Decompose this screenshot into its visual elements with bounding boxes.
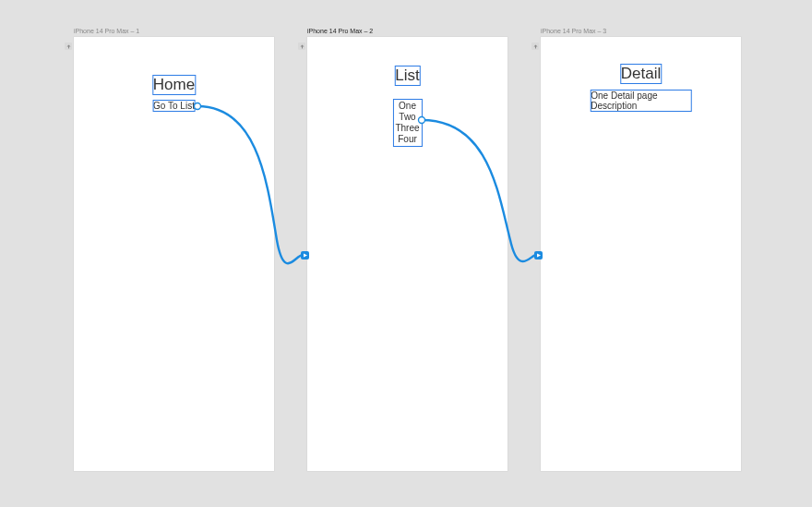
frame-label-1[interactable]: iPhone 14 Pro Max – 1 <box>74 28 139 34</box>
detail-description[interactable]: One Detail page Description <box>591 91 691 111</box>
artboard-detail[interactable]: Detail One Detail page Description <box>541 37 741 471</box>
list-title[interactable]: List <box>395 66 419 85</box>
list-item[interactable]: Four <box>398 134 417 145</box>
go-to-list-link[interactable]: Go To List <box>153 101 195 111</box>
frame-label-3[interactable]: iPhone 14 Pro Max – 3 <box>541 28 606 34</box>
list-item[interactable]: One <box>399 101 416 112</box>
list-item[interactable]: Two <box>399 112 415 123</box>
flow-start-icon <box>65 42 72 50</box>
frame-label-2[interactable]: iPhone 14 Pro Max – 2 <box>307 28 373 34</box>
flow-start-icon <box>298 42 305 50</box>
artboard-home[interactable]: Home Go To List <box>74 37 274 471</box>
flow-start-icon <box>531 42 539 50</box>
home-title[interactable]: Home <box>153 76 195 94</box>
artboard-list[interactable]: List One Two Three Four <box>307 37 508 471</box>
list-item[interactable]: Three <box>395 123 419 134</box>
detail-title[interactable]: Detail <box>621 65 661 83</box>
list-box[interactable]: One Two Three Four <box>393 100 421 146</box>
